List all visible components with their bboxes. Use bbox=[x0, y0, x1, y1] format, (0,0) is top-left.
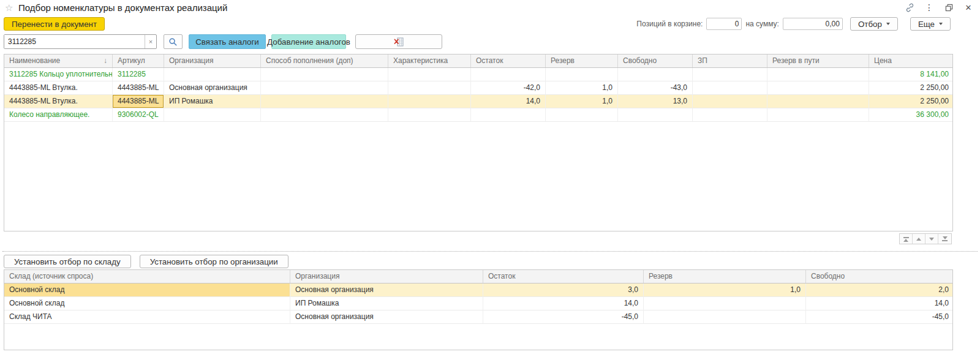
table-cell[interactable]: 1,0 bbox=[546, 95, 618, 108]
table-cell[interactable] bbox=[693, 81, 767, 95]
restore-window-icon[interactable] bbox=[943, 2, 954, 13]
table-cell[interactable]: 9306002-QL bbox=[113, 108, 164, 122]
table-cell[interactable] bbox=[388, 81, 471, 95]
table-row[interactable]: Склад ЧИТАОсновная организация-45,0-45,0 bbox=[4, 310, 952, 324]
column-header[interactable]: Свободно bbox=[806, 270, 953, 283]
table-cell[interactable]: Основной склад bbox=[4, 284, 290, 297]
table-cell[interactable]: 4443885-ML Втулка. bbox=[4, 81, 113, 95]
column-header[interactable]: Организация bbox=[164, 54, 261, 67]
table-cell[interactable]: 8 141,00 bbox=[869, 68, 953, 81]
table-cell[interactable] bbox=[261, 81, 388, 95]
table-cell[interactable] bbox=[388, 68, 471, 81]
table-cell[interactable]: 36 300,00 bbox=[869, 108, 953, 122]
table-cell[interactable]: 1,0 bbox=[546, 81, 618, 95]
table-cell[interactable]: Склад ЧИТА bbox=[4, 310, 290, 324]
table-cell[interactable] bbox=[693, 108, 767, 122]
column-header[interactable]: Резерв bbox=[644, 270, 806, 283]
favorite-star-icon[interactable]: ☆ bbox=[5, 2, 13, 13]
column-header[interactable]: Остаток bbox=[471, 54, 546, 67]
table-cell[interactable]: 13,0 bbox=[618, 95, 693, 108]
table-cell[interactable]: 4443885-ML bbox=[113, 81, 164, 95]
scroll-bottom-icon[interactable] bbox=[938, 234, 951, 244]
table-cell[interactable]: -43,0 bbox=[618, 81, 693, 95]
scroll-up-icon[interactable] bbox=[913, 234, 925, 244]
link-icon[interactable] bbox=[904, 2, 915, 13]
more-dropdown-button[interactable]: Еще bbox=[910, 17, 951, 31]
table-cell[interactable]: -42,0 bbox=[471, 81, 546, 95]
scroll-down-icon[interactable] bbox=[925, 234, 938, 244]
table-cell[interactable] bbox=[767, 95, 869, 108]
table-cell[interactable] bbox=[261, 95, 388, 108]
table-cell[interactable] bbox=[644, 297, 806, 310]
table-row[interactable]: Основной складИП Ромашка14,014,0 bbox=[4, 297, 952, 310]
table-cell[interactable]: 3112285 bbox=[113, 68, 164, 81]
table-row[interactable]: 4443885-ML Втулка.4443885-MLИП Ромашка14… bbox=[4, 95, 952, 108]
table-cell[interactable]: 3,0 bbox=[483, 284, 644, 297]
table-cell[interactable] bbox=[767, 68, 869, 81]
table-cell[interactable] bbox=[618, 68, 693, 81]
column-header[interactable]: Наименование↓ bbox=[4, 54, 113, 67]
export-excel-button[interactable] bbox=[355, 34, 442, 49]
column-header[interactable]: Характеристика bbox=[388, 54, 471, 67]
table-cell[interactable]: 14,0 bbox=[471, 95, 546, 108]
table-cell[interactable]: 2 250,00 bbox=[869, 81, 953, 95]
column-header[interactable]: Склад (источник спроса) bbox=[4, 270, 290, 283]
set-warehouse-filter-button[interactable]: Установить отбор по складу bbox=[4, 255, 131, 268]
table-cell[interactable] bbox=[388, 95, 471, 108]
table-cell[interactable] bbox=[546, 108, 618, 122]
table-cell[interactable] bbox=[471, 68, 546, 81]
column-header[interactable]: Цена bbox=[869, 54, 953, 67]
table-row[interactable]: 3112285 Кольцо уплотнительное31122858 14… bbox=[4, 68, 952, 81]
cart-positions-input[interactable] bbox=[706, 18, 742, 30]
column-header[interactable]: ЗП bbox=[693, 54, 767, 67]
form-splitter[interactable] bbox=[2, 251, 978, 252]
column-header[interactable]: Организация bbox=[290, 270, 483, 283]
table-cell[interactable] bbox=[261, 68, 388, 81]
transfer-to-document-button[interactable]: Перенести в документ bbox=[4, 17, 105, 31]
filter-dropdown-button[interactable]: Отбор bbox=[850, 17, 898, 31]
search-input[interactable] bbox=[4, 35, 145, 48]
scroll-top-icon[interactable] bbox=[900, 234, 913, 244]
column-header[interactable]: Артикул bbox=[113, 54, 164, 67]
table-cell[interactable]: 3112285 Кольцо уплотнительное bbox=[4, 68, 113, 81]
link-analogs-button[interactable]: Связать аналоги bbox=[189, 34, 266, 49]
table-cell[interactable]: ИП Ромашка bbox=[290, 297, 483, 310]
set-organization-filter-button[interactable]: Установить отбор по организации bbox=[140, 255, 288, 268]
close-icon[interactable]: ✕ bbox=[963, 2, 974, 13]
column-header[interactable]: Остаток bbox=[483, 270, 644, 283]
column-header[interactable]: Резерв bbox=[546, 54, 618, 67]
column-header[interactable]: Свободно bbox=[618, 54, 693, 67]
table-cell[interactable]: -45,0 bbox=[483, 310, 644, 324]
table-row[interactable]: Основной складОсновная организация3,01,0… bbox=[4, 284, 952, 297]
table-cell[interactable]: 1,0 bbox=[644, 284, 806, 297]
table-cell[interactable] bbox=[618, 108, 693, 122]
table-cell[interactable]: -45,0 bbox=[806, 310, 953, 324]
table-cell[interactable]: 14,0 bbox=[483, 297, 644, 310]
table-cell[interactable] bbox=[164, 108, 261, 122]
cart-sum-input[interactable] bbox=[783, 18, 843, 30]
more-vertical-icon[interactable]: ⋮ bbox=[924, 2, 935, 13]
table-cell[interactable]: Основной склад bbox=[4, 297, 290, 310]
table-cell[interactable]: Основная организация bbox=[290, 284, 483, 297]
table-cell[interactable] bbox=[471, 108, 546, 122]
search-button[interactable] bbox=[164, 34, 183, 49]
table-cell[interactable] bbox=[644, 310, 806, 324]
table-cell[interactable]: 4443885-ML bbox=[113, 95, 164, 108]
table-cell[interactable] bbox=[388, 108, 471, 122]
table-cell[interactable] bbox=[261, 108, 388, 122]
table-cell[interactable]: Основная организация bbox=[164, 81, 261, 95]
table-cell[interactable]: Колесо направляющее. bbox=[4, 108, 113, 122]
add-analogs-button[interactable]: Добавление аналогов bbox=[271, 34, 346, 49]
column-header[interactable]: Резерв в пути bbox=[767, 54, 869, 67]
table-cell[interactable]: 2 250,00 bbox=[869, 95, 953, 108]
table-cell[interactable] bbox=[767, 108, 869, 122]
clear-search-icon[interactable]: × bbox=[145, 35, 156, 48]
table-cell[interactable] bbox=[693, 95, 767, 108]
table-cell[interactable]: 2,0 bbox=[806, 284, 953, 297]
table-row[interactable]: Колесо направляющее.9306002-QL36 300,00 bbox=[4, 108, 952, 122]
column-header[interactable]: Способ пополнения (доп) bbox=[261, 54, 388, 67]
table-cell[interactable] bbox=[767, 81, 869, 95]
table-cell[interactable]: 14,0 bbox=[806, 297, 953, 310]
table-cell[interactable] bbox=[693, 68, 767, 81]
table-cell[interactable] bbox=[546, 68, 618, 81]
